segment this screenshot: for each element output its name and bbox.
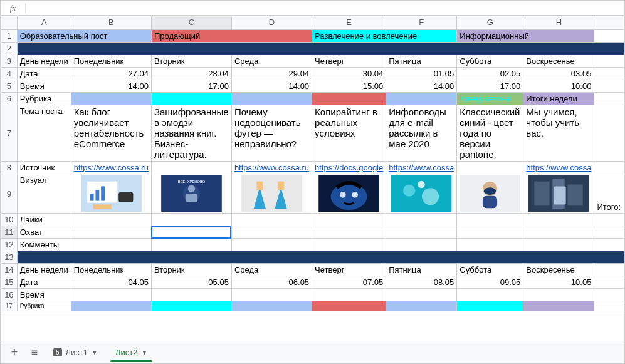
cell[interactable]: 10:00 <box>523 80 594 93</box>
cell[interactable] <box>594 30 624 43</box>
cell[interactable]: Пятница <box>386 264 457 276</box>
cell[interactable] <box>457 226 523 239</box>
formula-input[interactable] <box>26 1 624 15</box>
row-header[interactable]: 17 <box>1 301 18 311</box>
cell[interactable]: 08.05 <box>386 276 457 289</box>
cell[interactable] <box>151 289 231 301</box>
cell[interactable] <box>594 80 624 93</box>
cell[interactable] <box>151 239 231 251</box>
cell[interactable] <box>17 251 624 264</box>
cell[interactable] <box>457 174 523 214</box>
cell[interactable] <box>312 289 386 301</box>
cell-label[interactable]: Визуал <box>17 174 71 214</box>
cell-label[interactable]: Рубрика <box>17 93 71 105</box>
cell[interactable] <box>386 289 457 301</box>
row-header[interactable]: 6 <box>1 93 18 105</box>
cell[interactable] <box>71 174 151 214</box>
cell-label[interactable]: День недели <box>17 264 71 276</box>
legend-fun[interactable]: Развлечение и вовлечение <box>312 30 457 43</box>
cell[interactable] <box>594 93 624 105</box>
cell[interactable] <box>71 214 151 226</box>
cell-label[interactable]: Рубрика <box>17 301 71 311</box>
cell[interactable] <box>594 162 624 174</box>
cell[interactable]: https://www.cossa <box>386 162 457 174</box>
cell[interactable]: 02.05 <box>457 68 523 80</box>
cell-label[interactable]: Источник <box>17 162 71 174</box>
cell[interactable]: Как блог увеличивает рентабельность eCom… <box>71 105 151 162</box>
cell[interactable] <box>594 214 624 226</box>
cell[interactable] <box>71 93 151 105</box>
legend-info[interactable]: Информационный <box>457 30 594 43</box>
cell-label[interactable]: Дата <box>17 68 71 80</box>
legend-sell[interactable]: Продающий <box>151 30 312 43</box>
col-header[interactable]: F <box>386 16 457 30</box>
cell[interactable]: 04.05 <box>71 276 151 289</box>
cell[interactable] <box>231 301 312 311</box>
col-header[interactable] <box>594 16 624 30</box>
cell[interactable] <box>457 214 523 226</box>
cell[interactable]: Четверг <box>312 264 386 276</box>
cell[interactable] <box>312 214 386 226</box>
link[interactable]: https://www.cossa <box>389 163 454 172</box>
row-header[interactable]: 5 <box>1 80 18 93</box>
spreadsheet-grid[interactable]: A B C D E F G H 1 Образовательный пост П… <box>1 16 624 341</box>
cell[interactable]: 05.05 <box>151 276 231 289</box>
row-header[interactable]: 13 <box>1 251 18 264</box>
link[interactable]: https://www.cossa.ru <box>74 163 149 172</box>
cell[interactable] <box>312 239 386 251</box>
cell[interactable]: Воскресенье <box>523 55 594 68</box>
add-sheet-button[interactable]: + <box>6 344 23 361</box>
cell[interactable]: Воскресенье <box>523 264 594 276</box>
cell[interactable] <box>312 174 386 214</box>
col-header[interactable]: B <box>71 16 151 30</box>
cell[interactable] <box>594 264 624 276</box>
cell[interactable]: 17:00 <box>151 80 231 93</box>
cell[interactable] <box>231 239 312 251</box>
sheet-tab-2[interactable]: Лист2 ▼ <box>108 343 155 362</box>
row-header[interactable]: 4 <box>1 68 18 80</box>
cell[interactable]: Четверг <box>312 55 386 68</box>
cell[interactable] <box>457 162 523 174</box>
link[interactable]: https://www.cossa.ru <box>234 163 309 172</box>
cell[interactable]: 30.04 <box>312 68 386 80</box>
cell[interactable] <box>594 68 624 80</box>
cell[interactable]: Мы учимся, чтобы учить вас. <box>523 105 594 162</box>
col-header[interactable]: A <box>17 16 71 30</box>
cell[interactable] <box>386 301 457 311</box>
cell[interactable] <box>594 301 624 311</box>
cell[interactable] <box>71 226 151 239</box>
cell[interactable]: Тренд сезона <box>457 93 523 105</box>
row-header[interactable]: 12 <box>1 239 18 251</box>
cell[interactable] <box>231 93 312 105</box>
row-header[interactable]: 1 <box>1 30 18 43</box>
cell[interactable] <box>151 214 231 226</box>
sheet-tab-1[interactable]: 5 Лист1 ▼ <box>46 343 105 362</box>
cell[interactable]: Итоги недели <box>523 93 594 105</box>
cell[interactable] <box>594 239 624 251</box>
cell[interactable] <box>594 289 624 301</box>
cell[interactable]: https://www.cossa <box>523 162 594 174</box>
cell[interactable]: Среда <box>231 264 312 276</box>
cell[interactable] <box>151 301 231 311</box>
cell[interactable]: Вторник <box>151 264 231 276</box>
cell[interactable] <box>151 162 231 174</box>
cell[interactable]: 14:00 <box>231 80 312 93</box>
link[interactable]: https://docs.google <box>315 163 383 172</box>
cell[interactable]: 06.05 <box>231 276 312 289</box>
cell[interactable] <box>594 55 624 68</box>
cell[interactable] <box>312 301 386 311</box>
cell[interactable] <box>231 289 312 301</box>
cell[interactable]: https://www.cossa.ru <box>231 162 312 174</box>
cell[interactable] <box>386 93 457 105</box>
cell[interactable] <box>71 289 151 301</box>
cell[interactable] <box>231 214 312 226</box>
cell[interactable] <box>312 93 386 105</box>
all-sheets-button[interactable]: ≡ <box>26 344 43 361</box>
cell-label[interactable]: Тема поста <box>17 105 71 162</box>
cell[interactable]: Вторник <box>151 55 231 68</box>
cell[interactable] <box>523 301 594 311</box>
cell[interactable]: 09.05 <box>457 276 523 289</box>
cell[interactable] <box>457 301 523 311</box>
cell-label[interactable]: Итого: <box>594 174 624 214</box>
row-header[interactable]: 2 <box>1 43 18 55</box>
